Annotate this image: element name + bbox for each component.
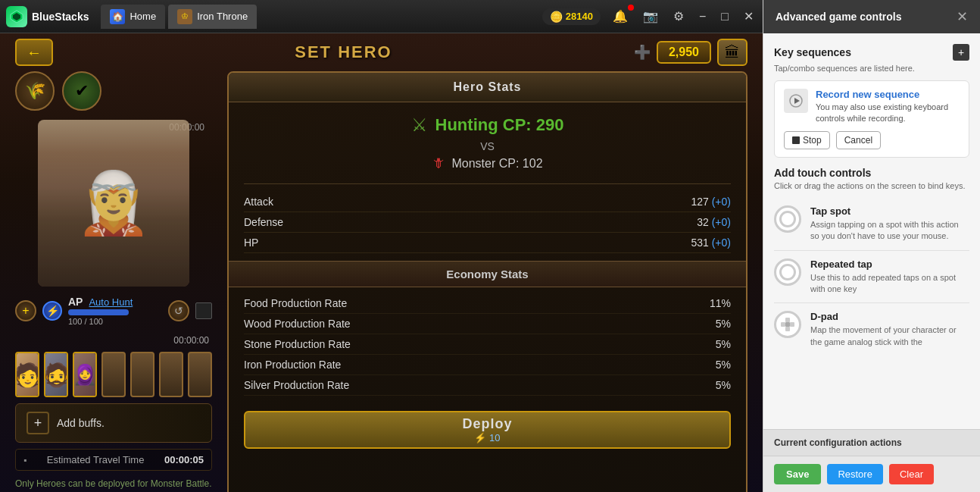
- ap-label-area: AP Auto Hunt 100 / 100: [68, 296, 162, 326]
- tap-spot-text: Tap spot Assign tapping on a spot with t…: [810, 205, 969, 243]
- hero-slots: 🧑 🧔 🧕: [15, 352, 212, 397]
- hero-slot-6[interactable]: [159, 352, 183, 397]
- vs-label: VS: [244, 140, 731, 152]
- stop-button[interactable]: Stop: [784, 131, 830, 149]
- silver-value: 5%: [716, 379, 731, 391]
- hero-slot-1[interactable]: 🧑: [15, 352, 39, 397]
- clear-button[interactable]: Clear: [889, 464, 934, 484]
- deploy-button[interactable]: Deploy ⚡ 10: [244, 411, 731, 449]
- food-value: 11%: [710, 297, 731, 309]
- hero-icon-check[interactable]: ✔: [62, 71, 101, 111]
- key-sequences-header: Key sequences +: [774, 44, 969, 61]
- travel-time-row: ▪ Estimated Travel Time 00:00:05: [15, 449, 212, 471]
- tap-spot-name: Tap spot: [810, 205, 969, 217]
- wood-value: 5%: [716, 318, 731, 330]
- config-actions: Save Restore Clear: [763, 456, 980, 492]
- hero-slot-5[interactable]: [130, 352, 154, 397]
- hp-value: 531 (+0): [691, 237, 731, 249]
- defense-value: 32 (+0): [697, 216, 731, 228]
- monster-icon: 🗡: [432, 155, 445, 171]
- ap-checkbox[interactable]: [195, 302, 212, 319]
- hero-slot-1-img: 🧑: [17, 353, 38, 396]
- svg-rect-7: [790, 322, 794, 327]
- tap-spot-item[interactable]: Tap spot Assign tapping on a spot with t…: [774, 198, 969, 251]
- add-sequence-button[interactable]: +: [953, 44, 969, 61]
- coins-value: 28140: [566, 11, 593, 22]
- gold-plus-icon[interactable]: ➕: [634, 44, 651, 61]
- record-text-area: Record new sequence You may also use exi…: [816, 89, 960, 125]
- repeated-tap-name: Repeated tap: [810, 259, 969, 270]
- stone-label: Stone Production Rate: [244, 338, 351, 350]
- game-tab[interactable]: ♔ Iron Throne: [168, 5, 257, 29]
- hunting-cp-value: Hunting CP: 290: [435, 115, 564, 135]
- wood-label: Wood Production Rate: [244, 318, 351, 330]
- minimize-button[interactable]: −: [696, 8, 709, 25]
- record-icon: [784, 89, 808, 113]
- repeated-tap-item[interactable]: Repeated tap Use this to add repeated ta…: [774, 251, 969, 304]
- refresh-button[interactable]: ↺: [168, 300, 189, 321]
- attack-value: 127 (+0): [691, 196, 731, 208]
- tap-spot-circle: [779, 211, 796, 227]
- hero-slot-7[interactable]: [188, 352, 212, 397]
- record-sequence-card: Record new sequence You may also use exi…: [774, 80, 969, 158]
- add-buffs-row[interactable]: + Add buffs.: [15, 403, 212, 443]
- close-button[interactable]: ✕: [741, 8, 757, 25]
- game-tab-label: Iron Throne: [197, 11, 248, 22]
- home-tab[interactable]: 🏠 Home: [101, 5, 165, 29]
- dpad-icon: [774, 311, 801, 338]
- game-content: ← SET HERO ➕ 2,950 🏛 🌾 ✔ 00:00:00: [0, 33, 763, 492]
- ap-section: + ⚡ AP Auto Hunt 100 / 100 ↺: [15, 293, 212, 329]
- bank-button[interactable]: 🏛: [717, 39, 747, 66]
- game-top-bar: ← SET HERO ➕ 2,950 🏛: [0, 33, 763, 71]
- ap-value: 100 / 100: [68, 317, 162, 326]
- back-button[interactable]: ←: [15, 39, 53, 66]
- notification-icon[interactable]: 🔔: [610, 8, 631, 25]
- maximize-button[interactable]: □: [718, 8, 732, 25]
- stat-rows: Attack 127 (+0) Defense 32 (+0) HP 531 (…: [229, 184, 746, 261]
- hero-slot-3[interactable]: 🧕: [73, 352, 97, 397]
- hero-slot-2-img: 🧔: [45, 353, 67, 396]
- controls-header: Advanced game controls ✕: [763, 0, 980, 33]
- tap-spot-icon: [774, 205, 801, 233]
- repeated-tap-icon: [774, 259, 801, 286]
- hero-icon-wheat[interactable]: 🌾: [15, 71, 55, 111]
- settings-icon[interactable]: ⚙: [670, 8, 687, 25]
- controls-panel: Advanced game controls ✕ Key sequences +…: [763, 0, 980, 492]
- save-button[interactable]: Save: [774, 464, 821, 484]
- auto-hunt-button[interactable]: Auto Hunt: [89, 296, 133, 308]
- camera-icon[interactable]: 📷: [640, 8, 661, 25]
- hero-panel: 🌾 ✔ 00:00:00 🧝: [15, 71, 212, 492]
- restore-button[interactable]: Restore: [827, 464, 883, 484]
- dpad-item[interactable]: D-pad Map the movement of your character…: [774, 303, 969, 356]
- stat-row-defense: Defense 32 (+0): [244, 212, 731, 233]
- hero-image: 🧝: [38, 120, 189, 287]
- ap-bar-fill: [68, 309, 129, 315]
- hunt-timer-row: 00:00:00: [15, 335, 212, 346]
- svg-rect-8: [785, 322, 790, 327]
- iron-value: 5%: [716, 359, 731, 371]
- hero-slot-2[interactable]: 🧔: [44, 352, 68, 397]
- stat-row-attack: Attack 127 (+0): [244, 192, 731, 212]
- sword-icon: ⚔: [411, 114, 428, 136]
- svg-rect-6: [781, 322, 785, 327]
- ap-progress-bar: [68, 309, 129, 315]
- hero-icons-row: 🌾 ✔: [15, 71, 212, 111]
- page-title: SET HERO: [295, 42, 392, 62]
- hero-slot-4[interactable]: [101, 352, 126, 397]
- titlebar-right: 🪙 28140 🔔 📷 ⚙ − □ ✕: [542, 8, 757, 25]
- dpad-desc: Map the movement of your character or th…: [810, 324, 969, 348]
- hero-portrait: 🧝: [38, 120, 189, 287]
- svg-rect-4: [785, 318, 790, 322]
- ap-label: AP: [68, 296, 83, 308]
- record-sequence-title[interactable]: Record new sequence: [816, 89, 960, 100]
- stats-panel: Hero Stats ⚔ Hunting CP: 290 VS 🗡 Monste…: [227, 71, 747, 492]
- ap-plus-button[interactable]: +: [15, 300, 36, 321]
- dpad-text: D-pad Map the movement of your character…: [810, 311, 969, 348]
- controls-close-button[interactable]: ✕: [957, 8, 968, 25]
- key-sequences-title: Key sequences: [774, 46, 851, 58]
- deploy-label: Deploy: [462, 416, 512, 432]
- monster-cp-value: Monster CP: 102: [451, 157, 542, 171]
- game-tab-icon: ♔: [177, 9, 192, 24]
- cancel-button[interactable]: Cancel: [836, 131, 881, 149]
- stop-label: Stop: [803, 135, 822, 146]
